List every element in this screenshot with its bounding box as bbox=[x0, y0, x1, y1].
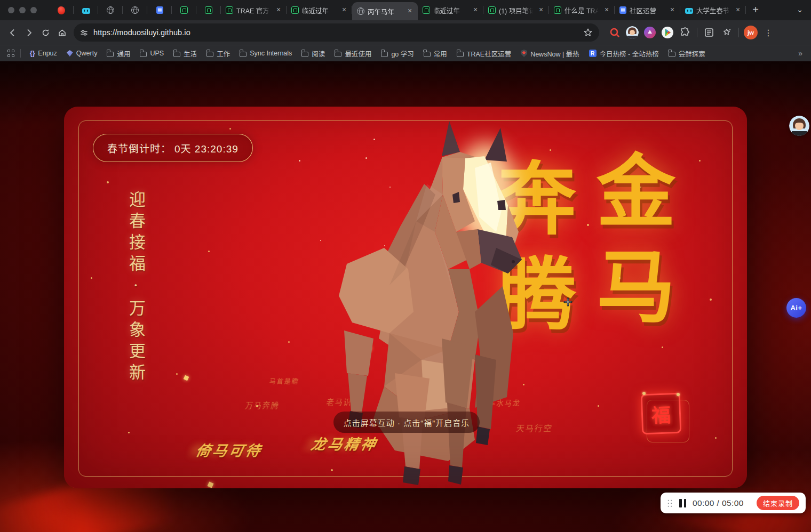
fu-seal-button[interactable]: 福 bbox=[641, 393, 682, 435]
pinned-tab[interactable] bbox=[123, 0, 147, 20]
colorful-extension-icon[interactable] bbox=[659, 25, 675, 41]
red-search-extension-icon[interactable] bbox=[607, 25, 623, 41]
bookmark-label: go 学习 bbox=[391, 49, 414, 59]
tab-close-icon[interactable]: × bbox=[471, 6, 480, 14]
forward-button[interactable] bbox=[21, 25, 37, 41]
tab-close-icon[interactable]: × bbox=[602, 6, 611, 14]
tab-5[interactable]: 什么是 TRAE× bbox=[549, 0, 615, 20]
tab-close-icon[interactable]: × bbox=[537, 6, 545, 14]
bookmark-item[interactable]: 尝鲜探索 bbox=[664, 47, 710, 60]
extensions-puzzle-icon[interactable] bbox=[677, 25, 693, 41]
bookmark-item[interactable]: TRAE社区运营 bbox=[452, 47, 516, 60]
pinned-tab[interactable] bbox=[98, 0, 123, 20]
bookmark-item[interactable]: 最近使用 bbox=[330, 47, 376, 60]
terminal-icon bbox=[180, 6, 188, 14]
tab-search-button[interactable]: ⌄ bbox=[793, 3, 807, 17]
terminal-icon bbox=[226, 6, 233, 14]
bookmarks-divider bbox=[20, 49, 21, 58]
toolbar-divider bbox=[738, 28, 739, 37]
close-window-button[interactable] bbox=[8, 7, 14, 13]
pause-icon[interactable] bbox=[679, 499, 686, 507]
bookmark-item[interactable]: {}Enpuz bbox=[25, 47, 62, 60]
bookmark-item[interactable]: 阅读 bbox=[297, 47, 330, 60]
bookmark-label: NewsNow | 最热 bbox=[530, 49, 579, 59]
tab-strip: TRAE 官方×临近过年×丙午马年×临近过年×(1) 项目笔记×什么是 TRAE… bbox=[0, 0, 811, 20]
floating-user-avatar[interactable] bbox=[789, 116, 809, 136]
side-panel-star-icon[interactable] bbox=[719, 25, 735, 41]
r-badge-icon: R bbox=[589, 50, 597, 57]
sparkle bbox=[107, 181, 109, 183]
tab-close-icon[interactable]: × bbox=[734, 6, 742, 14]
bookmark-item[interactable]: Qwerty bbox=[62, 47, 102, 60]
tab-2[interactable]: 丙午马年× bbox=[352, 2, 418, 20]
bookmark-label: Sync Internals bbox=[250, 50, 292, 57]
bookmark-item[interactable]: NewsNow | 最热 bbox=[516, 47, 584, 60]
bookmarks-overflow-chevron[interactable]: » bbox=[795, 49, 806, 58]
bookmark-item[interactable]: 通用 bbox=[102, 47, 135, 60]
tab-6[interactable]: 社区运营× bbox=[615, 0, 680, 20]
interaction-hint-pill: 点击屏幕互动 · 点击“福”开启音乐 bbox=[333, 412, 480, 433]
sparkle bbox=[91, 277, 92, 279]
tab-close-icon[interactable]: × bbox=[340, 6, 348, 14]
bluedoc-icon bbox=[156, 6, 163, 14]
tab-0[interactable]: TRAE 官方× bbox=[221, 0, 287, 20]
back-button[interactable] bbox=[4, 25, 21, 41]
bookmark-label: 阅读 bbox=[312, 49, 325, 59]
bookmark-item[interactable]: Sync Internals bbox=[235, 47, 297, 60]
zoom-window-button[interactable] bbox=[30, 7, 37, 13]
bookmark-item[interactable]: go 学习 bbox=[376, 47, 418, 60]
festival-card[interactable]: 春节倒计时： 0天 23:20:39 迎春接福·万象更新 奔腾 金马 马首是瞻马… bbox=[64, 107, 747, 488]
refresh-button[interactable] bbox=[37, 25, 54, 41]
pinned-tab[interactable] bbox=[172, 0, 196, 20]
screen-recorder-bar: 00:00 / 05:00 结束录制 bbox=[661, 493, 806, 513]
pinned-tab[interactable] bbox=[147, 0, 172, 20]
pinned-tabs bbox=[49, 0, 221, 20]
reading-list-icon[interactable] bbox=[701, 25, 717, 41]
tab-3[interactable]: 临近过年× bbox=[418, 0, 483, 20]
bookmark-item[interactable]: R今日热榜 - 全站热榜 bbox=[584, 47, 664, 60]
tab-label: 丙午马年 bbox=[368, 6, 402, 17]
ai-button-label: Ai+ bbox=[790, 304, 802, 312]
minimize-window-button[interactable] bbox=[19, 7, 26, 13]
tab-close-icon[interactable]: × bbox=[274, 6, 283, 14]
bookmark-item[interactable]: UPS bbox=[135, 47, 169, 60]
tab-4[interactable]: (1) 项目笔记× bbox=[483, 0, 549, 20]
sparkle bbox=[715, 437, 717, 439]
profile-button[interactable]: jw bbox=[743, 25, 759, 41]
sparkle bbox=[640, 187, 641, 188]
recording-time-total: 05:00 bbox=[722, 498, 744, 507]
pinned-tab[interactable] bbox=[196, 0, 221, 20]
tab-close-icon[interactable]: × bbox=[668, 6, 677, 14]
pinned-tab[interactable] bbox=[74, 0, 98, 20]
bookmark-label: TRAE社区运营 bbox=[467, 49, 511, 59]
purple-extension-icon[interactable] bbox=[642, 25, 658, 41]
bookmark-item[interactable]: 工作 bbox=[202, 47, 235, 60]
sparkle bbox=[299, 160, 300, 162]
bookmark-star-icon[interactable] bbox=[583, 28, 593, 37]
pinned-tab[interactable] bbox=[49, 0, 74, 20]
tab-1[interactable]: 临近过年× bbox=[287, 0, 352, 20]
bookmark-item[interactable]: 常用 bbox=[419, 47, 452, 60]
bookmark-item[interactable]: 生活 bbox=[169, 47, 202, 60]
new-tab-button[interactable]: + bbox=[748, 3, 763, 18]
drag-handle-icon[interactable] bbox=[667, 499, 673, 507]
tab-label: 临近过年 bbox=[302, 5, 337, 15]
url-text[interactable]: https://moduosiluyi.github.io bbox=[93, 28, 583, 37]
site-info-icon[interactable] bbox=[80, 29, 88, 37]
tab-label: 临近过年 bbox=[433, 5, 468, 15]
bluedoc-icon bbox=[619, 6, 626, 14]
apps-grid-icon[interactable] bbox=[7, 50, 15, 57]
tab-7[interactable]: 大学生春节× bbox=[680, 0, 746, 20]
bookmark-label: 工作 bbox=[217, 49, 230, 59]
profile-avatar-extension-icon[interactable] bbox=[624, 25, 640, 41]
address-bar[interactable]: https://moduosiluyi.github.io bbox=[74, 23, 599, 42]
sparkle bbox=[550, 149, 551, 151]
recording-time-separator: / bbox=[717, 498, 720, 507]
folder-icon bbox=[140, 52, 147, 57]
bilibili-icon bbox=[82, 8, 90, 14]
stop-recording-button[interactable]: 结束录制 bbox=[757, 496, 799, 510]
ai-assistant-button[interactable]: Ai+ bbox=[786, 298, 806, 318]
chrome-menu-button[interactable]: ⋮ bbox=[760, 25, 776, 41]
home-button[interactable] bbox=[54, 25, 70, 41]
tab-close-icon[interactable]: × bbox=[406, 7, 414, 15]
